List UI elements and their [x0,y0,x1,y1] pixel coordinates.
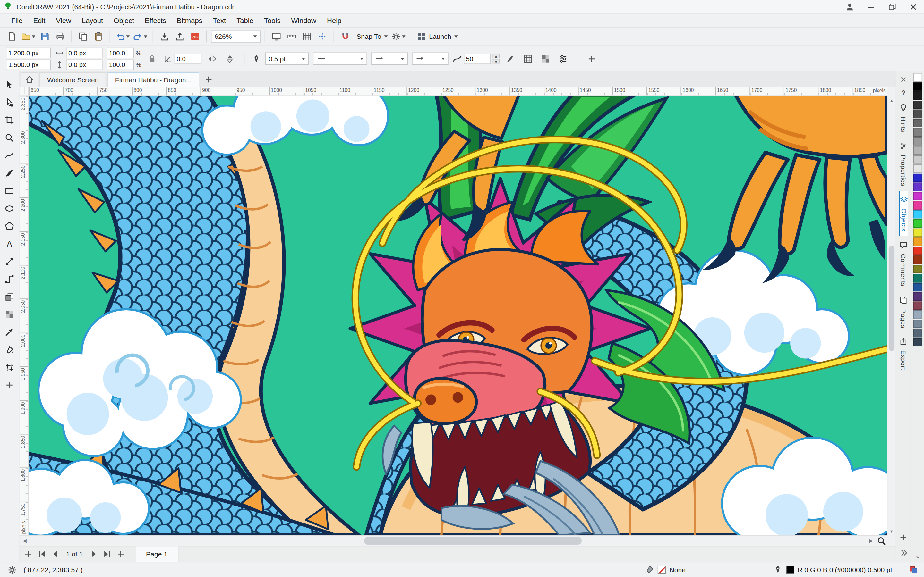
next-page-button[interactable] [87,548,100,560]
color-swatch[interactable] [913,237,922,246]
color-swatch[interactable] [913,91,922,100]
add-tool-button[interactable] [2,377,17,392]
redo-button[interactable] [132,29,148,44]
menu-layout[interactable]: Layout [76,15,108,27]
parallel-dimension-tool[interactable] [2,254,17,269]
menu-tools[interactable]: Tools [258,15,286,27]
menu-view[interactable]: View [51,15,76,27]
color-eyedropper-tool[interactable] [2,324,17,339]
menu-help[interactable]: Help [321,15,347,27]
menu-window[interactable]: Window [286,15,321,27]
scroll-up-arrow[interactable]: ▲ [887,96,896,104]
transparency-tool[interactable] [2,307,17,322]
color-swatch[interactable] [913,110,922,118]
outline-settings-button[interactable] [504,52,517,65]
object-properties-button[interactable] [557,52,570,65]
artistic-media-tool[interactable] [2,165,17,180]
color-swatch[interactable] [913,164,922,173]
docker-tab-properties[interactable]: Properties [899,137,908,190]
options-button[interactable] [390,29,407,44]
color-swatch[interactable] [913,128,922,137]
menu-bitmaps[interactable]: Bitmaps [172,15,208,27]
start-arrowhead-combo[interactable] [371,52,408,65]
scale-x-input[interactable] [109,49,132,56]
vertical-ruler[interactable]: 2,3502,3002,2502,2002,1502,1002,0502,000… [19,96,29,535]
color-swatch[interactable] [913,338,922,346]
close-button[interactable] [903,0,924,13]
pick-tool[interactable] [2,77,17,92]
position-y-input[interactable] [8,61,48,68]
new-document-button[interactable] [5,29,19,44]
zoom-tool[interactable] [2,130,17,145]
size-width-input[interactable] [68,49,100,56]
horizontal-ruler[interactable]: 6507007508008509009501000105011001150120… [29,87,887,96]
fill-color-swatch[interactable] [658,566,666,574]
menu-edit[interactable]: Edit [28,15,51,27]
paste-button[interactable] [91,29,105,44]
ruler-origin[interactable] [19,87,29,96]
first-page-button[interactable] [35,548,48,560]
color-swatch[interactable] [913,201,922,210]
lock-ratio-button[interactable] [145,52,159,65]
import-button[interactable] [157,29,171,44]
docker-tab-export[interactable]: Export [899,333,908,375]
color-swatch[interactable] [913,283,922,292]
color-swatch[interactable] [913,274,922,282]
mirror-horizontal-button[interactable] [206,52,219,65]
color-swatch[interactable] [913,301,922,309]
docker-tab-pages[interactable]: Pages [899,292,908,333]
color-swatch[interactable] [913,292,922,301]
show-guidelines-button[interactable] [315,29,330,44]
horizontal-scroll-thumb[interactable] [364,537,582,545]
drawing-canvas[interactable] [29,96,887,535]
outline-width-combo[interactable]: 0.5 pt [265,52,309,65]
print-button[interactable] [53,29,67,44]
show-rulers-button[interactable] [284,29,299,44]
menu-text[interactable]: Text [208,15,231,27]
treat-value-spinner[interactable]: ▲▼ [493,53,499,63]
menu-effects[interactable]: Effects [139,15,171,27]
docker-tab-comments[interactable]: Comments [899,236,908,292]
page-1-tab[interactable]: Page 1 [135,546,179,562]
minimize-button[interactable] [861,0,882,13]
shape-tool[interactable] [2,95,17,110]
dither-button[interactable] [539,52,552,65]
polygon-tool[interactable] [2,218,17,233]
color-swatch[interactable] [913,192,922,200]
publish-pdf-button[interactable]: PDF [188,29,202,44]
docker-tab-hints[interactable]: Hints [899,99,908,137]
position-x-input[interactable] [8,49,48,56]
customize-toolbar-button[interactable] [585,52,598,65]
color-swatch[interactable] [913,228,922,237]
color-swatch[interactable] [913,146,922,155]
open-button[interactable] [20,29,36,44]
color-swatch[interactable] [913,119,922,127]
rectangle-tool[interactable] [2,183,17,198]
vertical-scroll-thumb[interactable] [889,245,895,351]
document-palette-icon[interactable] [909,564,918,575]
menu-object[interactable]: Object [108,15,140,27]
treat-value-input[interactable] [466,55,488,62]
drop-shadow-tool[interactable] [2,289,17,304]
zoom-tool-button[interactable] [876,536,887,546]
close-docker-button[interactable] [897,73,910,86]
text-tool[interactable]: A [2,236,17,251]
undo-button[interactable] [114,29,131,44]
export-button[interactable] [173,29,187,44]
show-grid-button[interactable] [300,29,314,44]
horizontal-scroll-track[interactable] [30,536,866,546]
scroll-left-arrow[interactable]: ◀ [19,536,30,546]
wireframe-button[interactable] [521,52,535,65]
scroll-right-arrow[interactable]: ▶ [866,536,876,546]
color-swatch[interactable] [913,219,922,227]
scale-y-input[interactable] [109,61,132,68]
welcome-screen-tab[interactable]: Welcome Screen [39,73,106,87]
color-swatch[interactable] [913,82,922,91]
color-swatch[interactable] [913,319,922,328]
snap-to-dropdown[interactable]: Snap To [354,29,389,44]
color-swatch[interactable] [913,173,922,182]
status-settings-button[interactable] [6,563,19,576]
color-swatch[interactable] [913,182,922,191]
insert-page-button[interactable] [114,548,127,560]
color-swatch[interactable] [913,329,922,337]
